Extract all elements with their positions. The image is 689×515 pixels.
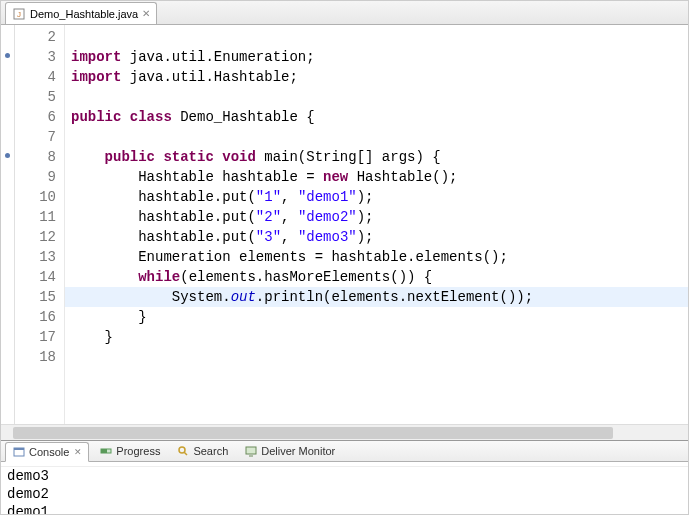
line-number: 11 [15,207,56,227]
view-tab-label: Console [29,446,69,458]
line-number: 13 [15,247,56,267]
marker-slot [1,305,14,325]
line-number: 18 [15,347,56,367]
marker-slot [1,205,14,225]
svg-rect-8 [246,447,256,454]
code-line[interactable]: System.out.println(elements.nextElement(… [65,287,688,307]
code-line[interactable]: hashtable.put("2", "demo2"); [71,207,688,227]
java-file-icon: J [12,7,26,21]
code-line[interactable]: import java.util.Hashtable; [71,67,688,87]
view-tabs: Console✕ProgressSearchDeliver Monitor [1,441,688,462]
code-line[interactable] [71,27,688,47]
line-number: 6 [15,107,56,127]
marker-slot [1,125,14,145]
marker-slot [1,265,14,285]
svg-line-7 [184,452,187,455]
line-number: 12 [15,227,56,247]
horizontal-scrollbar[interactable] [1,424,688,440]
code-content[interactable]: import java.util.Enumeration;import java… [65,25,688,424]
code-line[interactable]: } [71,307,688,327]
marker-slot [1,25,14,45]
line-number: 2 [15,27,56,47]
marker-slot [1,285,14,305]
code-line[interactable] [71,127,688,147]
line-number: 9 [15,167,56,187]
monitor-icon [244,444,258,458]
line-number: 17 [15,327,56,347]
line-number: 3 [15,47,56,67]
view-tab-deliver-monitor[interactable]: Deliver Monitor [238,441,341,461]
line-number: 4 [15,67,56,87]
marker-slot [1,345,14,365]
code-line[interactable]: public static void main(String[] args) { [71,147,688,167]
console-area: Console✕ProgressSearchDeliver Monitor <t… [1,441,688,515]
console-icon [12,445,26,459]
code-line[interactable] [71,87,688,107]
code-line[interactable]: hashtable.put("3", "demo3"); [71,227,688,247]
marker-slot [1,105,14,125]
line-number: 14 [15,267,56,287]
code-line[interactable]: import java.util.Enumeration; [71,47,688,67]
marker-icon [5,153,10,158]
marker-slot [1,185,14,205]
svg-rect-3 [14,448,24,450]
search-icon [176,444,190,458]
marker-slot [1,85,14,105]
marker-bar [1,25,15,424]
marker-icon [5,53,10,58]
view-tab-label: Progress [116,445,160,457]
marker-slot [1,245,14,265]
line-number: 5 [15,87,56,107]
marker-slot [1,45,14,65]
view-tab-progress[interactable]: Progress [93,441,166,461]
editor-tab-bar: J Demo_Hashtable.java ✕ [1,1,688,25]
editor-tab-label: Demo_Hashtable.java [30,8,138,20]
console-line: demo2 [7,485,682,503]
code-editor[interactable]: 23456789101112131415161718 import java.u… [1,25,688,424]
view-tab-label: Deliver Monitor [261,445,335,457]
progress-icon [99,444,113,458]
svg-rect-5 [101,449,107,453]
line-number: 15 [15,287,56,307]
console-line: demo1 [7,503,682,515]
view-tab-label: Search [193,445,228,457]
code-line[interactable] [71,347,688,367]
line-number: 16 [15,307,56,327]
code-line[interactable]: public class Demo_Hashtable { [71,107,688,127]
marker-slot [1,65,14,85]
close-icon[interactable]: ✕ [74,447,82,457]
marker-slot [1,165,14,185]
editor-tab-active[interactable]: J Demo_Hashtable.java ✕ [5,2,157,24]
line-number: 8 [15,147,56,167]
line-number: 7 [15,127,56,147]
svg-text:J: J [17,10,21,19]
marker-slot [1,225,14,245]
editor-area: J Demo_Hashtable.java ✕ 2345678910111213… [1,1,688,441]
code-line[interactable]: while(elements.hasMoreElements()) { [71,267,688,287]
code-line[interactable]: } [71,327,688,347]
code-line[interactable]: Enumeration elements = hashtable.element… [71,247,688,267]
line-number: 10 [15,187,56,207]
marker-slot [1,145,14,165]
line-number-gutter: 23456789101112131415161718 [15,25,65,424]
console-line: demo3 [7,467,682,485]
view-tab-console[interactable]: Console✕ [5,442,89,462]
code-line[interactable]: hashtable.put("1", "demo1"); [71,187,688,207]
console-output[interactable]: demo3demo2demo1 [1,467,688,515]
code-line[interactable]: Hashtable hashtable = new Hashtable(); [71,167,688,187]
marker-slot [1,325,14,345]
view-tab-search[interactable]: Search [170,441,234,461]
close-icon[interactable]: ✕ [142,8,150,19]
scrollbar-thumb[interactable] [13,427,613,439]
